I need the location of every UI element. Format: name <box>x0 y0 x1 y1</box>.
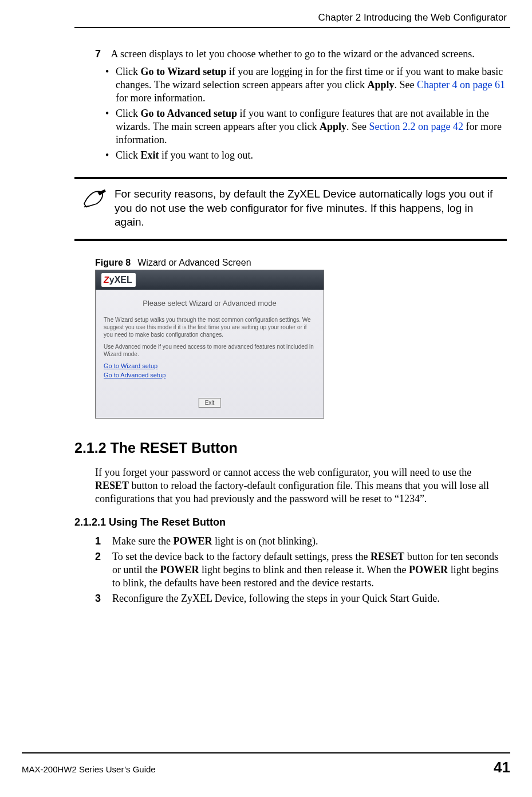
bullet-item: Click Go to Advanced setup if you want t… <box>105 107 507 147</box>
figure-title: Please select Wizard or Advanced mode <box>104 299 316 308</box>
header-rule <box>74 27 510 28</box>
item-number: 1 <box>95 535 109 548</box>
section-heading-2-1-2-1: 2.1.2.1 Using The Reset Button <box>74 516 507 529</box>
step-7: 7 A screen displays to let you choose wh… <box>95 48 507 61</box>
list-item: 2 To set the device back to the factory … <box>112 550 507 590</box>
go-to-advanced-link[interactable]: Go to Advanced setup <box>104 372 316 380</box>
figure-body: Please select Wizard or Advanced mode Th… <box>96 290 324 380</box>
note-icon <box>74 187 115 209</box>
footer-guide-title: MAX-200HW2 Series User’s Guide <box>22 764 156 775</box>
step-text: A screen displays to let you choose whet… <box>111 48 475 60</box>
figure-topbar: ZyXEL <box>96 270 324 290</box>
numbered-list: 1 Make sure the POWER light is on (not b… <box>95 535 507 605</box>
bullet-item: Click Exit if you want to log out. <box>105 149 507 162</box>
figure-caption: Figure 8Wizard or Advanced Screen <box>95 257 507 269</box>
bullet-list: Click Go to Wizard setup if you are logg… <box>95 65 507 162</box>
footer-rule <box>22 752 510 753</box>
xref-link[interactable]: Chapter 4 on page 61 <box>417 79 505 90</box>
figure-screenshot: ZyXEL Please select Wizard or Advanced m… <box>95 270 324 419</box>
page-footer: MAX-200HW2 Series User’s Guide 41 <box>22 752 510 777</box>
item-number: 3 <box>95 592 109 605</box>
running-head: Chapter 2 Introducing the Web Configurat… <box>74 11 507 23</box>
xref-link[interactable]: Section 2.2 on page 42 <box>369 121 463 132</box>
page: Chapter 2 Introducing the Web Configurat… <box>0 0 532 797</box>
list-item: 3 Reconfigure the ZyXEL Device, followin… <box>112 592 507 605</box>
figure-paragraph: The Wizard setup walks you through the m… <box>104 316 316 338</box>
figure-paragraph: Use Advanced mode if you need access to … <box>104 343 316 358</box>
content-block: 7 A screen displays to let you choose wh… <box>95 48 507 605</box>
go-to-wizard-link[interactable]: Go to Wizard setup <box>104 362 316 370</box>
item-number: 2 <box>95 550 109 563</box>
page-number: 41 <box>494 758 510 777</box>
hand-writing-icon <box>82 188 107 209</box>
bullet-item: Click Go to Wizard setup if you are logg… <box>105 65 507 105</box>
paragraph: If you forget your password or cannot ac… <box>95 466 507 506</box>
note-callout: For security reasons, by default the ZyX… <box>74 177 507 241</box>
step-number: 7 <box>95 48 109 61</box>
exit-button[interactable]: Exit <box>199 398 221 408</box>
section-heading-2-1-2: 2.1.2 The RESET Button <box>74 439 507 457</box>
list-item: 1 Make sure the POWER light is on (not b… <box>112 535 507 548</box>
figure-label: Figure 8 <box>95 258 131 267</box>
zyxel-logo: ZyXEL <box>101 273 136 287</box>
figure-caption-text: Wizard or Advanced Screen <box>137 258 251 267</box>
note-text: For security reasons, by default the ZyX… <box>115 187 503 230</box>
